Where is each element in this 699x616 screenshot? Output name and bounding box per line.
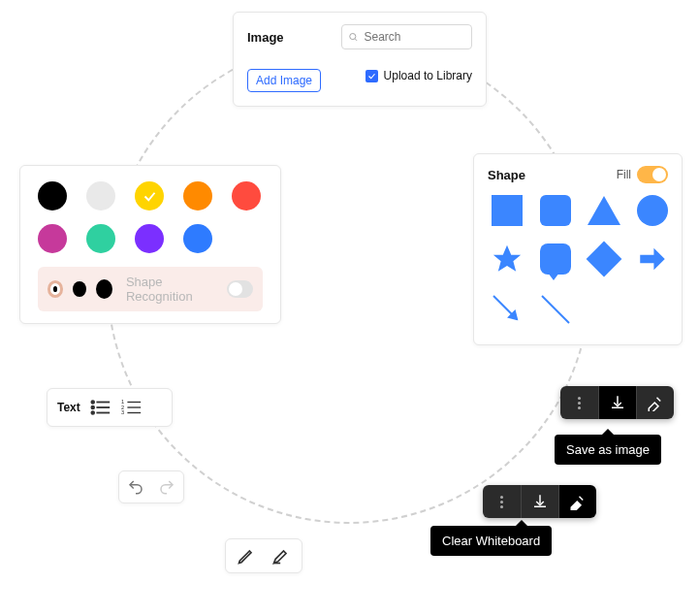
clear-whiteboard-button-active[interactable]: [559, 485, 596, 518]
image-panel: Image Add Image Upload to Library: [233, 12, 487, 107]
shape-rounded-square[interactable]: [536, 191, 575, 230]
svg-marker-2: [493, 245, 521, 272]
more-options-button-2[interactable]: [483, 485, 521, 518]
color-swatch-magenta[interactable]: [38, 224, 67, 253]
save-as-image-button-active[interactable]: [598, 386, 637, 419]
highlighter-icon[interactable]: [271, 546, 291, 566]
bulleted-list-icon[interactable]: [90, 397, 111, 418]
color-swatch-orange[interactable]: [183, 181, 212, 211]
svg-point-6: [91, 401, 94, 404]
pen-icon[interactable]: [237, 546, 256, 566]
shape-panel: Shape Fill: [473, 153, 683, 345]
upload-label: Upload to Library: [384, 69, 472, 82]
svg-text:3: 3: [121, 409, 124, 415]
image-search-input[interactable]: [341, 24, 472, 49]
whiteboard-actions-toolbar-save: [560, 386, 674, 419]
whiteboard-actions-toolbar-clear: [483, 485, 596, 518]
shape-star[interactable]: [488, 240, 526, 278]
color-swatch-gray[interactable]: [86, 181, 115, 211]
numbered-list-icon[interactable]: 123: [121, 397, 143, 418]
color-swatch-black[interactable]: [38, 181, 67, 211]
undo-icon[interactable]: [127, 478, 144, 496]
clear-whiteboard-tooltip: Clear Whiteboard: [430, 526, 552, 556]
shape-triangle[interactable]: [585, 191, 623, 230]
shape-arrow-right[interactable]: [633, 240, 672, 278]
pen-tools-panel: [225, 538, 302, 573]
image-search-field[interactable]: [363, 29, 465, 45]
shape-recognition-toggle[interactable]: [227, 280, 253, 298]
search-icon: [348, 31, 359, 43]
color-panel: Shape Recognition: [19, 165, 281, 324]
color-swatch-teal[interactable]: [86, 224, 115, 253]
svg-point-0: [350, 33, 356, 39]
shape-line[interactable]: [536, 290, 575, 329]
svg-point-10: [91, 411, 94, 414]
shape-square[interactable]: [488, 191, 526, 230]
svg-line-1: [355, 39, 357, 41]
add-image-button[interactable]: Add Image: [247, 69, 321, 92]
checkbox-checked-icon: [365, 70, 378, 82]
fill-label: Fill: [617, 168, 631, 181]
color-swatch-blue[interactable]: [183, 224, 212, 253]
stroke-width-thick[interactable]: [96, 279, 112, 299]
shape-recognition-label: Shape Recognition: [126, 275, 217, 304]
image-panel-title: Image: [247, 30, 284, 45]
color-swatch-purple[interactable]: [135, 224, 164, 253]
stroke-and-recognition-row: Shape Recognition: [38, 267, 263, 311]
undo-redo-panel: [118, 470, 184, 503]
stroke-width-medium[interactable]: [73, 281, 86, 297]
shape-line-arrow[interactable]: [488, 290, 526, 329]
shape-speech-bubble[interactable]: [536, 240, 575, 278]
shape-panel-title: Shape: [488, 168, 525, 182]
svg-line-5: [542, 296, 569, 323]
color-swatch-red[interactable]: [232, 181, 261, 211]
redo-icon[interactable]: [158, 478, 175, 496]
color-swatch-grid: [38, 181, 263, 253]
fill-toggle[interactable]: [637, 166, 668, 183]
text-panel-title: Text: [57, 401, 80, 414]
upload-to-library-checkbox[interactable]: Upload to Library: [365, 69, 472, 82]
more-options-button[interactable]: [560, 386, 598, 419]
save-as-image-tooltip: Save as image: [555, 435, 661, 465]
clear-whiteboard-button[interactable]: [637, 386, 674, 419]
stroke-width-thin-selected[interactable]: [48, 280, 63, 298]
text-panel: Text 123: [47, 388, 173, 427]
svg-point-8: [91, 406, 94, 409]
shape-circle[interactable]: [633, 191, 672, 230]
save-as-image-button[interactable]: [521, 485, 559, 518]
shape-diamond[interactable]: [585, 240, 623, 278]
color-swatch-yellow-selected[interactable]: [135, 181, 164, 211]
